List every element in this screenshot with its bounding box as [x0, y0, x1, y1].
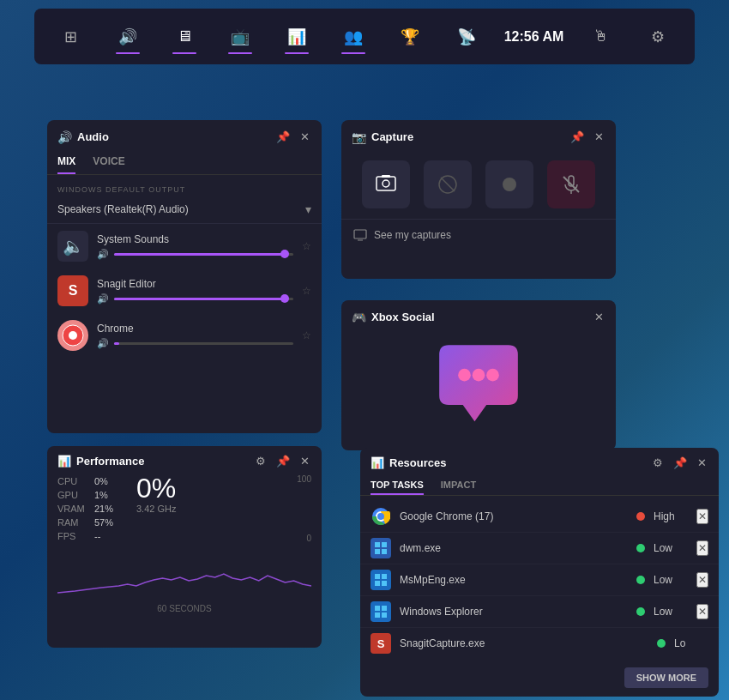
chrome-resource-name: Google Chrome (17) [400, 510, 628, 522]
trophy-icon[interactable]: 🏆 [391, 18, 429, 56]
tab-mix[interactable]: MIX [57, 150, 75, 174]
monitor-icon[interactable]: 📺 [221, 18, 259, 56]
capture-close-button[interactable]: ✕ [593, 129, 605, 145]
audio-chrome-row: Chrome 🔊 ☆ [47, 313, 322, 358]
performance-main: 0% 3.42 GHz 100 0 [136, 474, 311, 543]
capture-pin-button[interactable]: 📌 [569, 129, 586, 145]
msmp-resource-close[interactable]: ✕ [696, 572, 708, 588]
see-captures-button[interactable]: See my captures [341, 219, 616, 250]
cpu-big-value: 0% [136, 474, 176, 502]
svg-rect-21 [375, 549, 380, 554]
resources-pin-button[interactable]: 📌 [672, 455, 689, 471]
screenshot-button[interactable] [362, 160, 410, 208]
dwm-resource-close[interactable]: ✕ [696, 540, 708, 556]
performance-icon: 📊 [57, 455, 71, 468]
chrome-label: Chrome [97, 323, 293, 335]
widgets-icon[interactable]: ⊞ [52, 18, 90, 56]
resources-title: Resources [389, 456, 446, 469]
performance-graph: 60 SECONDS [47, 550, 322, 601]
fps-stat: FPS -- [57, 529, 126, 543]
resources-tabs: TOP TASKS IMPACT [360, 476, 719, 496]
resource-row-chrome: Google Chrome (17) High ✕ [360, 501, 719, 533]
see-captures-label: See my captures [374, 229, 451, 241]
perf-settings-button[interactable]: ⚙ [254, 453, 268, 469]
audio-panel-header: 🔊 Audio 📌 ✕ [47, 120, 322, 150]
explorer-impact-dot [636, 607, 645, 616]
perf-close-button[interactable]: ✕ [298, 453, 311, 469]
tab-voice[interactable]: VOICE [93, 150, 124, 174]
chrome-slider[interactable] [114, 342, 293, 345]
gpu-value: 1% [94, 490, 108, 500]
audio-close-button[interactable]: ✕ [298, 129, 311, 145]
resources-icon: 📊 [371, 456, 384, 469]
cpu-stat: CPU 0% [57, 474, 126, 488]
snagit-impact-dot [657, 639, 666, 648]
explorer-resource-name: Windows Explorer [400, 606, 628, 618]
settings-icon[interactable]: ⚙ [639, 18, 677, 56]
record-button[interactable] [485, 160, 533, 208]
performance-panel-header: 📊 Performance ⚙ 📌 ✕ [47, 446, 322, 474]
snagit-resource-name: SnagitCapture.exe [400, 637, 648, 649]
display-icon[interactable]: 🖥 [166, 18, 203, 56]
audio-section-label: WINDOWS DEFAULT OUTPUT [47, 182, 322, 197]
vram-value: 21% [94, 504, 113, 514]
show-more-button[interactable]: SHOW MORE [624, 667, 708, 688]
audio-pin-button[interactable]: 📌 [274, 129, 292, 145]
capture-buttons-row [341, 150, 616, 219]
chrome-icon-audio [57, 320, 88, 351]
svg-rect-25 [375, 581, 380, 586]
snagit-slider[interactable] [114, 298, 293, 300]
snagit-impact-label: Lo [674, 637, 708, 649]
volume-icon[interactable]: 🔊 [109, 18, 147, 56]
vram-stat: VRAM 21% [57, 502, 126, 516]
svg-point-13 [458, 369, 471, 382]
clock: 12:56 AM [504, 29, 564, 45]
svg-rect-29 [375, 612, 380, 618]
vol-icon-1: 🔊 [97, 293, 109, 305]
ram-value: 57% [94, 517, 113, 528]
svg-rect-20 [382, 542, 387, 547]
system-sounds-star[interactable]: ☆ [302, 240, 311, 252]
snagit-capture-icon: S [371, 633, 391, 654]
svg-point-7 [503, 178, 516, 191]
svg-rect-26 [382, 581, 387, 586]
cpu-freq-value: 3.42 GHz [136, 504, 176, 514]
scale-max: 100 [297, 474, 311, 484]
group-icon[interactable]: 👥 [334, 18, 372, 56]
svg-point-3 [383, 180, 389, 187]
chrome-star[interactable]: ☆ [302, 329, 311, 341]
audio-system-row: 🔈 System Sounds 🔊 ☆ [47, 224, 322, 269]
chrome-impact-dot [636, 512, 645, 521]
audio-device[interactable]: Speakers (Realtek(R) Audio) ▾ [47, 197, 322, 224]
system-slider[interactable] [114, 253, 293, 256]
performance-panel: 📊 Performance ⚙ 📌 ✕ CPU 0% GPU 1% VRAM 2… [47, 446, 322, 648]
chrome-resource-close[interactable]: ✕ [696, 509, 708, 524]
audio-panel: 🔊 Audio 📌 ✕ MIX VOICE WINDOWS DEFAULT OU… [47, 120, 322, 433]
svg-rect-2 [377, 177, 395, 190]
perf-pin-button[interactable]: 📌 [274, 453, 292, 469]
broadcast-icon[interactable]: 📡 [448, 18, 485, 56]
tab-impact[interactable]: IMPACT [441, 476, 476, 495]
ram-label: RAM [57, 517, 87, 528]
resource-row-msmp: MsMpEng.exe Low ✕ [360, 564, 719, 596]
chrome-app-icon [371, 506, 391, 527]
svg-rect-30 [382, 612, 387, 618]
msmp-impact-label: Low [654, 574, 688, 586]
performance-bar-icon[interactable]: 📊 [278, 18, 316, 56]
svg-point-1 [69, 331, 77, 340]
svg-rect-22 [382, 549, 387, 554]
svg-rect-28 [382, 606, 387, 611]
vol-icon-0: 🔊 [97, 249, 109, 260]
no-record-button[interactable] [424, 160, 472, 208]
explorer-resource-close[interactable]: ✕ [696, 604, 708, 619]
xbox-close-button[interactable]: ✕ [593, 309, 605, 325]
mic-off-button[interactable] [547, 160, 595, 208]
snagit-star[interactable]: ☆ [302, 285, 311, 297]
resources-close-button[interactable]: ✕ [696, 455, 708, 471]
performance-content: CPU 0% GPU 1% VRAM 21% RAM 57% FPS -- [47, 474, 322, 550]
xbox-icon: 🎮 [352, 311, 366, 324]
gpu-label: GPU [57, 490, 87, 500]
tab-top-tasks[interactable]: TOP TASKS [371, 476, 424, 495]
resources-settings-button[interactable]: ⚙ [651, 455, 665, 471]
mouse-icon[interactable]: 🖱 [582, 18, 620, 56]
